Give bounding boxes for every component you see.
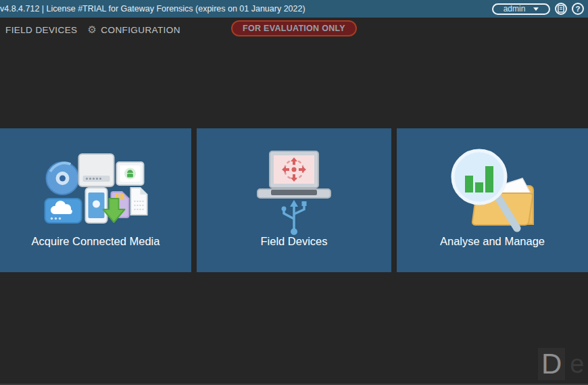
watermark-lead: D xyxy=(538,348,565,380)
card-field-devices[interactable]: Field Devices xyxy=(197,128,391,272)
card-title: Field Devices xyxy=(197,235,391,248)
laptop-usb-icon xyxy=(253,149,335,238)
top-bar: v4.8.4.712 | License #TRIAL for Gateway … xyxy=(0,0,588,18)
card-title: Acquire Connected Media xyxy=(0,235,191,248)
card-title: Analyse and Manage xyxy=(397,235,588,248)
help-icon: ? xyxy=(575,5,580,13)
card-analyse-and-manage[interactable]: Analyse and Manage xyxy=(397,128,588,272)
tab-field-devices-label: FIELD DEVICES xyxy=(5,25,77,35)
notes-button[interactable] xyxy=(555,3,567,15)
tab-configuration-label: CONFIGURATION xyxy=(101,25,180,35)
notes-icon xyxy=(558,5,564,13)
brand-watermark: D et xyxy=(538,346,588,382)
chevron-down-icon xyxy=(533,7,539,11)
analyse-folder-icon xyxy=(445,149,540,238)
card-acquire-connected-media[interactable]: Acquire Connected Media xyxy=(0,128,191,272)
bar-chart-icon xyxy=(465,176,473,192)
acquire-media-icon xyxy=(43,149,148,236)
gear-icon: ⚙ xyxy=(87,25,97,35)
help-button[interactable]: ? xyxy=(572,3,584,15)
watermark-rest: et xyxy=(570,350,588,379)
evaluation-badge: FOR EVALUATION ONLY xyxy=(231,20,357,36)
user-menu-label: admin xyxy=(504,4,526,14)
license-text: v4.8.4.712 | License #TRIAL for Gateway … xyxy=(0,4,305,14)
tab-configuration[interactable]: ⚙ CONFIGURATION xyxy=(87,25,180,35)
topbar-right-group: admin ? xyxy=(492,0,584,18)
user-menu-dropdown[interactable]: admin xyxy=(492,3,550,15)
tab-field-devices[interactable]: FIELD DEVICES xyxy=(5,25,77,35)
app-window: v4.8.4.712 | License #TRIAL for Gateway … xyxy=(0,0,588,385)
